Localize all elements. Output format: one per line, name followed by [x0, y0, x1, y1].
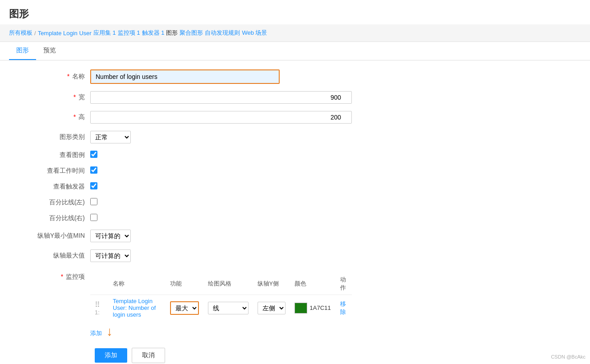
percent-left-label: 百分比线(左) — [18, 198, 90, 207]
y-max-field: 可计算的 固定 元素 — [90, 249, 352, 262]
required-star-width: * — [74, 93, 76, 101]
add-link-row: 添加 ↓ — [90, 324, 352, 339]
height-label: * 高 — [18, 113, 90, 121]
y-max-select[interactable]: 可计算的 固定 元素 — [90, 249, 131, 262]
graph-type-select[interactable]: 正常 堆叠 饼图 分解饼图 — [90, 131, 131, 143]
required-star-height: * — [74, 113, 76, 120]
show-legend-label: 查看图例 — [18, 151, 90, 159]
breadcrumb-aggregate[interactable]: 聚合图形 — [180, 29, 203, 37]
cancel-button[interactable]: 取消 — [132, 348, 165, 363]
arrow-down-icon: ↓ — [106, 324, 113, 339]
color-text: 1A7C11 — [310, 304, 331, 311]
height-field-wrapper — [90, 111, 352, 124]
remove-link[interactable]: 移除 — [340, 300, 346, 315]
drag-handle[interactable]: ⠿ — [95, 301, 100, 309]
show-legend-field — [90, 151, 352, 159]
percent-left-row: 百分比线(左) — [18, 198, 433, 207]
breadcrumb-monitor[interactable]: 监控项 1 — [118, 29, 140, 37]
col-header-draw-style: 绘图风格 — [203, 273, 253, 295]
percent-left-field — [90, 198, 352, 207]
tabs-bar: 图形 预览 — [0, 42, 590, 60]
submit-button[interactable]: 添加 — [95, 348, 127, 363]
width-label: * 宽 — [18, 93, 90, 101]
show-triggers-label: 查看触发器 — [18, 183, 90, 191]
show-working-time-label: 查看工作时间 — [18, 167, 90, 175]
drag-handle-cell: ⠿ 1: — [90, 295, 108, 321]
percent-right-label: 百分比线(右) — [18, 214, 90, 222]
required-star-name: * — [67, 73, 69, 80]
show-triggers-field — [90, 182, 352, 191]
watermark: CSDN @BcAkc — [551, 354, 585, 359]
col-header-name — [90, 273, 108, 295]
show-triggers-row: 查看触发器 — [18, 182, 433, 191]
name-input[interactable] — [91, 70, 279, 83]
breadcrumb-all-templates[interactable]: 所有模板 — [9, 29, 32, 37]
percent-right-row: 百分比线(右) — [18, 214, 433, 222]
y-min-field: 可计算的 固定 元素 — [90, 230, 352, 242]
y-axis-cell: 左侧 右侧 — [253, 295, 290, 321]
draw-style-select[interactable]: 线 填充区域 粗线 点 — [208, 302, 249, 314]
col-header-name-label: 名称 — [108, 273, 166, 295]
monitor-table: 名称 功能 绘图风格 纵轴Y侧 颜色 动作 ⠿ 1: — [90, 273, 352, 321]
form-container: * 名称 * 宽 * 高 图形类别 正常 — [0, 60, 451, 364]
monitor-items-section: 名称 功能 绘图风格 纵轴Y侧 颜色 动作 ⠿ 1: — [90, 273, 352, 339]
name-label: * 名称 — [18, 73, 90, 81]
tab-graph[interactable]: 图形 — [9, 42, 36, 60]
color-box-wrapper: 1A7C11 — [295, 303, 331, 313]
page-header: 图形 — [0, 0, 590, 24]
width-field-wrapper — [90, 91, 352, 104]
monitor-items-label: * 监控项 — [18, 269, 90, 281]
tab-preview[interactable]: 预览 — [36, 42, 63, 60]
color-cell: 1A7C11 — [290, 295, 336, 321]
breadcrumb-app-set[interactable]: 应用集 1 — [93, 29, 116, 37]
breadcrumb-graph: 图形 — [166, 29, 178, 37]
breadcrumb-auto-discovery[interactable]: 自动发现规则 — [205, 29, 240, 37]
show-legend-checkbox[interactable] — [90, 151, 97, 158]
width-input[interactable] — [90, 91, 352, 104]
row-number: 1: — [95, 309, 100, 316]
col-header-function: 功能 — [166, 273, 203, 295]
y-max-row: 纵轴最大值 可计算的 固定 元素 — [18, 249, 433, 262]
y-min-row: 纵轴Y最小值MIN 可计算的 固定 元素 — [18, 230, 433, 242]
action-cell: 移除 — [336, 295, 352, 321]
table-row: ⠿ 1: Template Login User: Number of logi… — [90, 295, 352, 321]
action-buttons: 添加 取消 — [18, 348, 433, 363]
percent-left-checkbox[interactable] — [90, 198, 97, 205]
col-header-color: 颜色 — [290, 273, 336, 295]
percent-right-field — [90, 214, 352, 222]
y-axis-select[interactable]: 左侧 右侧 — [258, 302, 286, 314]
add-item-link[interactable]: 添加 — [90, 329, 102, 337]
show-working-time-row: 查看工作时间 — [18, 166, 433, 175]
monitor-item-link[interactable]: Template Login User: Number of login use… — [113, 298, 156, 318]
item-name-cell: Template Login User: Number of login use… — [108, 295, 166, 321]
y-max-label: 纵轴最大值 — [18, 252, 90, 260]
graph-type-label: 图形类别 — [18, 133, 90, 141]
draw-style-cell: 线 填充区域 粗线 点 — [203, 295, 253, 321]
name-input-highlight — [90, 69, 280, 84]
name-field-wrapper — [90, 69, 352, 84]
color-swatch[interactable] — [295, 303, 307, 313]
monitor-items-row: * 监控项 名称 功能 绘图风格 纵轴Y侧 颜色 动作 — [18, 269, 433, 339]
show-working-time-checkbox[interactable] — [90, 166, 97, 174]
height-input[interactable] — [90, 111, 352, 124]
percent-right-checkbox[interactable] — [90, 214, 97, 221]
graph-type-row: 图形类别 正常 堆叠 饼图 分解饼图 — [18, 131, 433, 143]
function-select-wrapper: 最大 最小 平均 全部 — [170, 301, 199, 315]
show-working-time-field — [90, 166, 352, 175]
y-min-select[interactable]: 可计算的 固定 元素 — [90, 230, 131, 242]
name-row: * 名称 — [18, 69, 433, 84]
page-title: 图形 — [9, 7, 581, 21]
breadcrumb-template-name[interactable]: Template Login User — [38, 30, 92, 37]
breadcrumb: 所有模板 / Template Login User 应用集 1 监控项 1 触… — [0, 24, 590, 42]
show-triggers-checkbox[interactable] — [90, 182, 97, 189]
y-min-label: 纵轴Y最小值MIN — [18, 232, 90, 240]
breadcrumb-web-scene[interactable]: Web 场景 — [242, 29, 267, 37]
graph-type-field: 正常 堆叠 饼图 分解饼图 — [90, 131, 352, 143]
function-select[interactable]: 最大 最小 平均 全部 — [171, 302, 198, 314]
breadcrumb-sep-1: / — [34, 30, 36, 37]
function-cell: 最大 最小 平均 全部 — [166, 295, 203, 321]
breadcrumb-trigger[interactable]: 触发器 1 — [142, 29, 165, 37]
height-row: * 高 — [18, 111, 433, 124]
width-row: * 宽 — [18, 91, 433, 104]
col-header-action: 动作 — [336, 273, 352, 295]
